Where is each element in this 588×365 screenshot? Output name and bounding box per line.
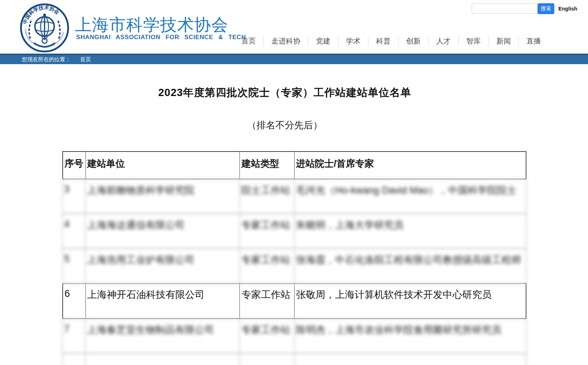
col-header-type: 建站类型 [240,152,295,179]
col-header-no: 序号 [63,152,86,179]
cell-no: 3 [63,179,86,214]
cell-type: 专家工作站 [240,284,295,318]
main-nav: 首页 走进科协 党建 学术 科普 创新 人才 智库 新闻 直播 [234,35,549,47]
page-subtitle: （排名不分先后） [0,119,570,132]
table-row: 3 上海前瞻物质科学研究院 院士工作站 毛河光（Ho-kwang David M… [62,179,526,214]
cell-type: 专家工作站 [240,319,295,353]
table-row: 6 上海神开石油科技有限公司 专家工作站 张敬周，上海计算机软件技术开发中心研究… [62,283,526,319]
table-row: 5 上海浩用工业炉有限公司 专家工作站 张海霞，中石化洛阳工程有限公司教授级高级… [62,249,526,284]
cell-expert: 张海霞，中石化洛阳工程有限公司教授级高级工程师 [295,249,526,283]
cell-expert: 朱晓明，上海大学研究员 [295,214,526,249]
nav-item-party[interactable]: 党建 [308,36,338,46]
cell-no: 4 [63,214,86,249]
cell-type: 院士工作站 [240,179,295,214]
nav-item-news[interactable]: 新闻 [489,36,518,46]
breadcrumb-home-link[interactable]: 首页 [80,56,91,63]
col-header-org: 建站单位 [86,152,240,179]
cell-org: 上海神开石油科技有限公司 [86,284,240,318]
nav-item-innovation[interactable]: 创新 [399,36,428,46]
cell-no: 5 [63,249,86,283]
nav-item-thinktank[interactable]: 智库 [459,36,488,46]
page-title: 2023年度第四批次院士（专家）工作站建站单位名单 [0,86,570,100]
search-input[interactable] [472,3,538,14]
col-header-expert: 进站院士/首席专家 [295,152,526,179]
table-row: 7 上海春芝堂生物制品有限公司 专家工作站 陈明杰，上海市农业科学院食用菌研究所… [62,319,526,354]
cell-expert [295,354,526,365]
cell-no: 7 [63,319,86,353]
cell-org [86,354,240,365]
cell-expert: 陈明杰，上海市农业科学院食用菌研究所研究员 [295,319,526,353]
cell-type: 专家工作站 [240,249,295,283]
cell-no [63,354,86,365]
cell-type: 专家工作站 [240,214,295,249]
nav-item-academic[interactable]: 学术 [338,36,368,46]
table-row-partial [62,354,526,365]
english-link[interactable]: English [558,6,577,12]
cell-expert: 张敬周，上海计算机软件技术开发中心研究员 [295,284,526,318]
cell-no: 6 [63,284,86,318]
nav-item-about[interactable]: 走进科协 [264,36,308,46]
cell-type [240,354,295,365]
emblem-dot [43,14,46,17]
cell-expert: 毛河光（Ho-kwang David Mao），中国科学院院士 [295,179,526,214]
cast-emblem-logo[interactable]: 中国科学技术协会 CHINA ASSOCIATION FOR SCIENCE A… [20,3,70,53]
breadcrumb-label: 您现在所在的位置： [22,56,71,63]
site-title: 上海市科学技术协会 [75,14,228,36]
breadcrumb: 您现在所在的位置： 首页 [0,54,588,64]
table-row: 4 上海海达通信有限公司 专家工作站 朱晓明，上海大学研究员 [62,214,526,249]
cell-org: 上海海达通信有限公司 [86,214,240,249]
table-header-row: 序号 建站单位 建站类型 进站院士/首席专家 [62,151,526,179]
cell-org: 上海浩用工业炉有限公司 [86,249,240,283]
nav-item-home[interactable]: 首页 [234,36,263,46]
nav-item-science-pop[interactable]: 科普 [368,36,398,46]
nav-item-live[interactable]: 直播 [519,36,549,46]
cell-org: 上海春芝堂生物制品有限公司 [86,319,240,353]
workstation-table: 序号 建站单位 建站类型 进站院士/首席专家 3 上海前瞻物质科学研究院 院士工… [62,151,526,365]
site-subtitle: SHANGHAI ASSOCIATION FOR SCIENCE & TECH [76,34,246,41]
search-button[interactable]: 搜索 [538,3,554,14]
cell-org: 上海前瞻物质科学研究院 [86,179,240,214]
nav-item-talent[interactable]: 人才 [429,36,458,46]
